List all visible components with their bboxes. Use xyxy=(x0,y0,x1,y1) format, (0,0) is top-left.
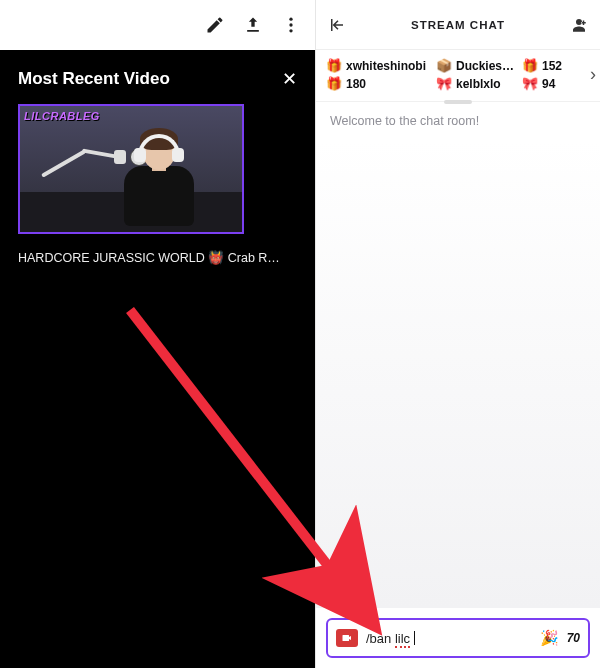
video-toolbar xyxy=(0,0,315,50)
camera-icon[interactable] xyxy=(336,629,358,647)
leaderboard-entry: 🎁 xwhiteshinobi xyxy=(326,58,436,73)
thumbnail-tag: LILCRABLEG xyxy=(24,110,100,122)
chat-welcome: Welcome to the chat room! xyxy=(316,102,600,140)
gift-sub-icon: 🎁 xyxy=(522,58,538,73)
leaderboard-entry: 🎀 94 xyxy=(522,76,578,91)
chat-input[interactable]: /ban lilc 🎉 70 xyxy=(326,618,590,658)
leaderboard-entry: 🎁 152 xyxy=(522,58,578,73)
chat-input-text: /ban lilc xyxy=(366,629,415,648)
video-thumbnail[interactable]: LILCRABLEG xyxy=(18,104,244,234)
gift-leaderboard[interactable]: 🎁 xwhiteshinobi 🎁 180 📦 Duckies… 🎀 kelbl… xyxy=(316,50,600,102)
video-panel: Most Recent Video ✕ LILCRABLEG HARDCORE … xyxy=(0,0,315,668)
chat-header: STREAM CHAT xyxy=(316,0,600,50)
leaderboard-name: xwhiteshinobi xyxy=(346,59,426,73)
gift-sub-icon: 🎀 xyxy=(522,76,538,91)
chat-panel: STREAM CHAT 🎁 xwhiteshinobi 🎁 180 📦 Duck… xyxy=(315,0,600,668)
thumbnail-image xyxy=(20,106,242,232)
recent-video-title: Most Recent Video xyxy=(18,69,170,89)
bits-button[interactable]: 70 xyxy=(567,631,580,645)
gift-icon: 📦 xyxy=(436,58,452,73)
leaderboard-entry: 🎀 kelblxlo xyxy=(436,76,522,91)
leaderboard-entry: 📦 Duckies… xyxy=(436,58,522,73)
chat-title: STREAM CHAT xyxy=(346,19,570,31)
text-cursor xyxy=(414,631,415,645)
share-icon[interactable] xyxy=(243,15,263,35)
leaderboard-value: 180 xyxy=(346,77,366,91)
svg-point-0 xyxy=(289,18,292,21)
collapse-arrow-icon[interactable] xyxy=(328,16,346,34)
more-vert-icon[interactable] xyxy=(281,15,301,35)
chat-messages[interactable] xyxy=(316,140,600,608)
leaderboard-name: Duckies… xyxy=(456,59,514,73)
leaderboard-value: 94 xyxy=(542,77,555,91)
gift-icon: 🎁 xyxy=(326,58,342,73)
gift-icon: 🎀 xyxy=(436,76,452,91)
party-popper-icon[interactable]: 🎉 xyxy=(540,629,559,647)
leaderboard-entry: 🎁 180 xyxy=(326,76,436,91)
gift-sub-icon: 🎁 xyxy=(326,76,342,91)
chevron-right-icon[interactable]: › xyxy=(590,64,596,85)
users-icon[interactable] xyxy=(570,16,588,34)
leaderboard-value: 152 xyxy=(542,59,562,73)
svg-point-2 xyxy=(289,29,292,32)
video-caption[interactable]: HARDCORE JURASSIC WORLD 👹 Crab R… xyxy=(18,250,297,265)
edit-icon[interactable] xyxy=(205,15,225,35)
drag-handle[interactable] xyxy=(444,100,472,104)
close-icon[interactable]: ✕ xyxy=(282,68,297,90)
leaderboard-name: kelblxlo xyxy=(456,77,501,91)
svg-point-1 xyxy=(289,23,292,26)
